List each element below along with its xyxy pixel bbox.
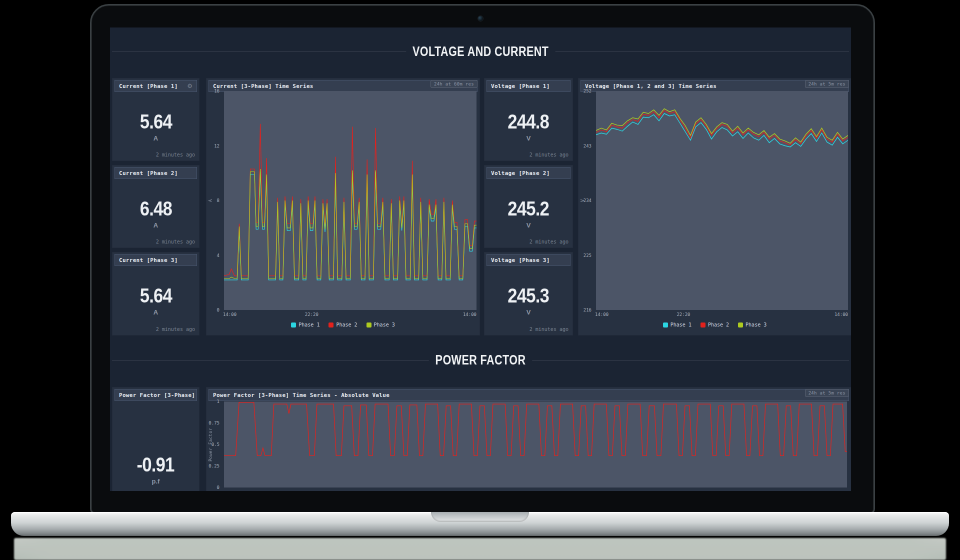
stat-body: 245.2 V xyxy=(484,178,572,248)
series-line xyxy=(224,402,847,456)
panel-header[interactable]: Power Factor [3-Phase] Time Series - Abs… xyxy=(208,389,849,401)
y-tick-label: 252 xyxy=(584,88,592,94)
plot-area-voltage[interactable] xyxy=(596,91,848,310)
y-axis: 252243234225216 xyxy=(578,91,594,310)
legend-item[interactable]: Phase 1 xyxy=(291,322,320,328)
series-line xyxy=(224,124,476,276)
legend-item[interactable]: Phase 3 xyxy=(366,322,395,328)
panel-header[interactable]: Voltage [Phase 1] xyxy=(486,80,570,92)
stat-value: 244.8 xyxy=(508,110,550,133)
stat-body: 5.64 A xyxy=(112,266,199,335)
stat-updated: 2 minutes ago xyxy=(156,152,195,158)
legend-swatch xyxy=(328,322,334,328)
x-tick-label: 14:00 xyxy=(463,312,476,317)
panel-header[interactable]: Current [Phase 2] xyxy=(114,167,197,179)
y-axis: 10.750.50.250 xyxy=(206,402,222,488)
section-header-power-factor: POWER FACTOR xyxy=(110,349,851,371)
panel-header[interactable]: Power Factor [3-Phase] xyxy=(114,389,197,401)
panel-header[interactable]: Current [Phase 1] ⚙ xyxy=(114,80,197,92)
panel-title: Voltage [Phase 1] xyxy=(487,83,550,90)
y-tick-label: 4 xyxy=(217,253,220,258)
panel-power-factor-timeseries[interactable]: Power Factor [3-Phase] Time Series - Abs… xyxy=(206,388,851,491)
panel-title: Voltage [Phase 2] xyxy=(487,170,550,176)
y-tick-label: 8 xyxy=(217,198,220,203)
y-axis: 1612840 xyxy=(206,91,222,310)
section-title: POWER FACTOR xyxy=(429,352,532,368)
panel-current-timeseries[interactable]: Current [3-Phase] Time Series 24h at 60m… xyxy=(206,78,480,335)
legend-item[interactable]: Phase 2 xyxy=(328,322,357,328)
stat-value: 6.48 xyxy=(140,198,172,220)
x-tick-label: 22:20 xyxy=(305,312,318,317)
power-factor-chart-svg xyxy=(224,402,847,488)
legend-item[interactable]: Phase 1 xyxy=(663,322,692,328)
stat-body: 244.8 V xyxy=(484,92,572,160)
legend-swatch xyxy=(291,322,296,328)
legend-item[interactable]: Phase 3 xyxy=(738,322,766,328)
panel-header[interactable]: Voltage [Phase 3] xyxy=(486,254,570,266)
panel-current-phase-3[interactable]: Current [Phase 3] 5.64 A 2 minutes ago xyxy=(112,252,199,335)
stat-unit: p.f xyxy=(152,478,160,485)
legend-swatch xyxy=(738,322,743,328)
stat-unit: A xyxy=(154,134,158,142)
panel-header[interactable]: Voltage [Phase 2] xyxy=(486,167,570,179)
panel-current-phase-2[interactable]: Current [Phase 2] 6.48 A 2 minutes ago xyxy=(112,166,199,248)
stat-updated: 2 minutes ago xyxy=(530,152,568,158)
stat-value: -0.91 xyxy=(137,454,174,476)
panel-title: Power Factor [3-Phase] Time Series - Abs… xyxy=(209,392,390,398)
stat-body: 6.48 A xyxy=(112,178,199,248)
legend-swatch xyxy=(663,322,668,328)
webcam xyxy=(478,16,484,22)
panel-title: Current [3-Phase] Time Series xyxy=(209,83,314,90)
y-tick-label: 0.25 xyxy=(208,464,220,468)
legend-swatch xyxy=(700,322,706,328)
chart-legend: Phase 1Phase 2Phase 3 xyxy=(578,322,851,328)
panel-title: Current [Phase 3] xyxy=(115,257,178,264)
panel-voltage-phase-1[interactable]: Voltage [Phase 1] 244.8 V 2 minutes ago xyxy=(484,78,572,160)
stat-updated: 2 minutes ago xyxy=(530,326,568,332)
stat-body: -0.91 p.f xyxy=(112,400,199,491)
section-title: VOLTAGE AND CURRENT xyxy=(406,44,555,60)
x-tick-label: 14:00 xyxy=(834,312,848,317)
current-chart-svg xyxy=(224,91,476,310)
x-axis xyxy=(224,488,847,491)
stat-value: 5.64 xyxy=(140,284,172,307)
panel-current-phase-1[interactable]: Current [Phase 1] ⚙ 5.64 A 2 minutes ago xyxy=(112,78,199,160)
y-tick-label: 0 xyxy=(217,485,220,490)
legend-item[interactable]: Phase 2 xyxy=(700,322,729,328)
gear-icon[interactable]: ⚙ xyxy=(187,83,196,89)
y-tick-label: 243 xyxy=(584,144,592,148)
legend-label: Phase 2 xyxy=(336,322,357,328)
panel-title: Current [Phase 2] xyxy=(115,170,178,176)
panel-voltage-timeseries[interactable]: Voltage [Phase 1, 2 and 3] Time Series 2… xyxy=(578,78,851,335)
stat-value: 245.3 xyxy=(508,284,550,307)
stat-value: 5.64 xyxy=(140,110,172,133)
plot-area-power-factor[interactable] xyxy=(224,402,847,488)
stat-body: 245.3 V xyxy=(484,266,572,335)
panel-title: Voltage [Phase 3] xyxy=(487,257,550,264)
y-tick-label: 0.75 xyxy=(208,420,220,426)
legend-label: Phase 1 xyxy=(670,322,692,328)
y-tick-label: 12 xyxy=(214,144,220,148)
panel-power-factor[interactable]: Power Factor [3-Phase] -0.91 p.f xyxy=(112,388,199,491)
y-tick-label: 225 xyxy=(584,253,592,258)
x-tick-label: 14:00 xyxy=(595,312,608,317)
y-tick-label: 216 xyxy=(584,308,592,312)
y-tick-label: 0 xyxy=(217,308,220,312)
panel-voltage-phase-3[interactable]: Voltage [Phase 3] 245.3 V 2 minutes ago xyxy=(484,252,572,335)
panel-title: Voltage [Phase 1, 2 and 3] Time Series xyxy=(581,83,716,90)
plot-area-current[interactable] xyxy=(224,91,476,310)
resolution-badge: 24h at 60m res xyxy=(430,80,478,88)
page-canvas: VOLTAGE AND CURRENT Current [Phase 1] ⚙ … xyxy=(0,0,960,560)
panel-header[interactable]: Current [Phase 3] xyxy=(114,254,197,266)
stat-unit: A xyxy=(154,308,158,316)
resolution-badge: 24h at 5m res xyxy=(805,80,849,88)
legend-label: Phase 3 xyxy=(374,322,395,328)
panel-title: Current [Phase 1] xyxy=(115,83,178,90)
stat-updated: 2 minutes ago xyxy=(156,239,195,244)
legend-label: Phase 2 xyxy=(708,322,729,328)
stat-unit: A xyxy=(154,222,158,229)
panel-voltage-phase-2[interactable]: Voltage [Phase 2] 245.2 V 2 minutes ago xyxy=(484,166,572,248)
surface-reflection xyxy=(14,538,946,560)
x-tick-label: 22:20 xyxy=(676,312,690,317)
stat-unit: V xyxy=(526,308,531,316)
